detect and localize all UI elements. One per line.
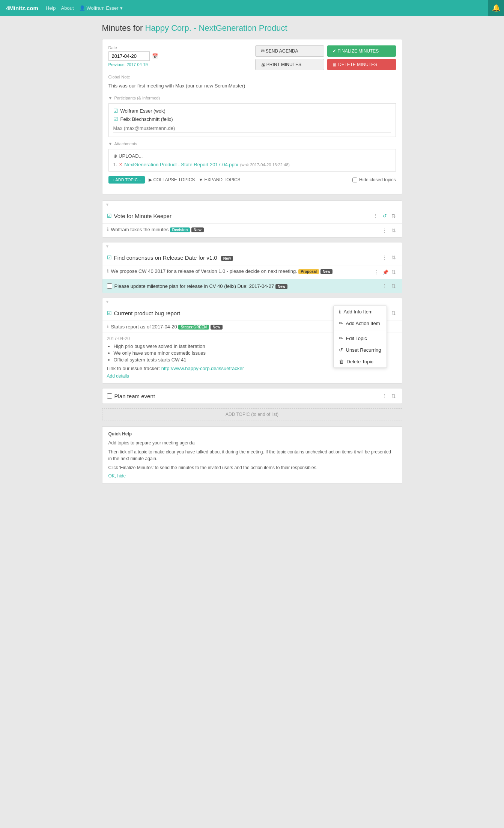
prev-label: Previous: [108, 62, 126, 67]
add-details-link[interactable]: Add details [107, 373, 397, 379]
buttons-section: ✉ SEND AGENDA ✔ FINALIZE MINUTES 🖨 PRINT… [255, 45, 396, 70]
quick-help-ok-hide[interactable]: OK, hide [108, 473, 126, 479]
item-menu-button[interactable]: ⋮ [380, 227, 388, 234]
topic-checkbox[interactable]: ☑ [107, 213, 112, 219]
delete-topic-label: Delete Topic [347, 359, 373, 364]
calendar-icon[interactable]: 📅 [152, 53, 158, 59]
expand-topics-button[interactable]: ▼ EXPAND TOPICS [199, 177, 240, 182]
send-agenda-button[interactable]: ✉ SEND AGENDA [255, 45, 325, 57]
nav-help[interactable]: Help [46, 5, 56, 11]
badge-decision: Decision [170, 227, 190, 232]
print-minutes-button[interactable]: 🖨 PRINT MINUTES [255, 59, 325, 70]
participant-name: Felix Blechschmitt (felix) [120, 116, 173, 122]
topic-title: Plan team event [114, 393, 378, 399]
collapse-topics-button[interactable]: ▶ COLLAPSE TOPICS [149, 177, 195, 182]
page-title: Minutes for Happy Corp. - NextGeneration… [102, 23, 402, 33]
unset-recurring-menuitem[interactable]: ↺ Unset Recurring [334, 344, 387, 356]
date-section: Date 📅 Previous: 2017-04-19 [108, 45, 249, 67]
finalize-minutes-button[interactable]: ✔ FINALIZE MINUTES [327, 45, 396, 57]
topic-collapse-arrow[interactable]: ▼ [105, 244, 110, 248]
pin-icon: 📌 [382, 269, 388, 275]
hide-closed-label[interactable]: Hide closed topics [352, 177, 396, 182]
navbar-user[interactable]: 👤 Wolfram Esser ▾ [79, 5, 123, 11]
topic-drag-handle[interactable]: ⇅ [390, 212, 397, 220]
dropdown-divider [334, 331, 387, 331]
info-icon: ℹ [107, 268, 109, 274]
checkbox-checked-icon[interactable]: ☑ [113, 108, 118, 114]
item-menu-button[interactable]: ⋮ [380, 282, 388, 290]
nav-about[interactable]: About [61, 5, 74, 11]
hide-closed-checkbox[interactable] [352, 178, 357, 182]
add-action-item-menuitem[interactable]: ✏ Add Action Item [334, 318, 387, 329]
hide-closed-text: Hide closed topics [359, 177, 396, 182]
topic-menu-button[interactable]: ⋮ [380, 254, 388, 261]
topic-checkbox-unchecked[interactable] [107, 393, 112, 399]
notification-bell[interactable]: 🔔 [488, 0, 504, 16]
topic-menu-button[interactable]: ⋮ [371, 212, 379, 220]
item-drag-handle[interactable]: ⇅ [390, 268, 397, 276]
info-icon: ℹ [107, 324, 109, 329]
checkbox-checked-icon[interactable]: ☑ [113, 116, 118, 122]
topic-checkbox[interactable]: ☑ [107, 254, 112, 260]
topic-actions: ⋮ ⇅ [380, 392, 397, 400]
action-item-row: Please update milestone plan for release… [102, 279, 402, 293]
topic-title: Vote for Minute Keeper [114, 213, 369, 219]
unset-recurring-icon: ↺ [339, 347, 343, 353]
upload-area: ⊕ UPLOAD... 1. ✕ NextGeneration Product … [108, 149, 396, 172]
edit-topic-icon: ✏ [339, 336, 343, 341]
topic-drag-handle[interactable]: ⇅ [390, 392, 397, 400]
topic-header: Plan team event ⋮ ⇅ [102, 388, 402, 403]
add-topic-bottom-button[interactable]: ADD TOPIC (to end of list) [102, 408, 402, 420]
topic-title: Current product bug report [114, 310, 369, 316]
topic-dropdown-menu: ℹ Add Info Item ✏ Add Action Item ✏ Edit… [333, 306, 387, 368]
meeting-title-link[interactable]: Happy Corp. - NextGeneration Product [145, 23, 287, 33]
attachments-collapse-icon: ▼ [108, 142, 113, 146]
topic-title: Find consensus on Release Date for v1.0 … [114, 254, 378, 261]
delete-topic-menuitem[interactable]: 🗑 Delete Topic [334, 356, 387, 367]
topic-checkbox[interactable]: ☑ [107, 310, 112, 316]
topic-collapse-arrow[interactable]: ▼ [105, 202, 110, 207]
add-action-icon: ✏ [339, 321, 343, 326]
topic-menu-button[interactable]: ⋮ [380, 392, 388, 400]
prev-link[interactable]: 2017-04-19 [126, 62, 147, 67]
date-label: Date [108, 45, 249, 50]
delete-minutes-button[interactable]: 🗑 DELETE MINUTES [327, 59, 396, 70]
quick-help-title: Quick Help [108, 431, 396, 437]
navbar: 4Minitz.com Help About 👤 Wolfram Esser ▾… [0, 0, 504, 16]
add-info-item-menuitem[interactable]: ℹ Add Info Item [334, 306, 387, 318]
add-topic-button[interactable]: + ADD TOPIC... [108, 176, 145, 184]
participant-item: ☑ Wolfram Esser (wok) [113, 107, 391, 115]
attachments-header: ▼ Attachments [108, 142, 396, 146]
participant-name: Wolfram Esser (wok) [120, 108, 165, 114]
attachment-delete-icon[interactable]: ✕ [119, 162, 122, 167]
topic-drag-handle[interactable]: ⇅ [390, 309, 397, 317]
bell-icon: 🔔 [492, 4, 500, 12]
item-drag-handle[interactable]: ⇅ [390, 282, 397, 290]
user-name: Wolfram Esser [87, 5, 119, 11]
topic-block: ▼ ☑ Vote for Minute Keeper ⋮ ↺ ⇅ ℹ Wolfr… [102, 200, 402, 238]
upload-button[interactable]: ⊕ UPLOAD... [113, 153, 391, 159]
badge-proposal: Proposal [298, 269, 319, 274]
topic-drag-handle[interactable]: ⇅ [390, 254, 397, 261]
attachment-meta: (wok 2017-04-20 13:22:48) [240, 163, 290, 167]
date-input[interactable] [108, 51, 150, 61]
attachment-link[interactable]: NextGeneration Product - State Report 20… [124, 162, 238, 167]
action-checkbox[interactable] [107, 283, 112, 289]
user-icon: 👤 [79, 5, 85, 11]
brand-logo[interactable]: 4Minitz.com [6, 5, 38, 11]
info-icon: ℹ [107, 227, 109, 232]
topic-refresh-button[interactable]: ↺ [381, 212, 388, 220]
issue-tracker-link[interactable]: http://www.happy-corp.de/issuetracker [161, 366, 244, 371]
topic-header: ☑ Vote for Minute Keeper ⋮ ↺ ⇅ [102, 208, 402, 223]
participant-input[interactable] [113, 124, 391, 132]
item-actions: ⋮ ⇅ [380, 282, 397, 290]
attachments-label: Attachments [114, 142, 137, 146]
item-drag-handle[interactable]: ⇅ [390, 227, 397, 234]
add-action-label: Add Action Item [346, 321, 380, 326]
edit-topic-menuitem[interactable]: ✏ Edit Topic [334, 333, 387, 344]
topic-collapse-arrow[interactable]: ▼ [105, 300, 110, 304]
info-item-row: ℹ We propose CW 40 2017 for a release of… [102, 265, 402, 279]
item-actions: ⋮ ⇅ [380, 227, 397, 234]
topic-block: ▼ ☑ Find consensus on Release Date for v… [102, 242, 402, 293]
item-menu-button[interactable]: ⋮ [373, 268, 381, 276]
